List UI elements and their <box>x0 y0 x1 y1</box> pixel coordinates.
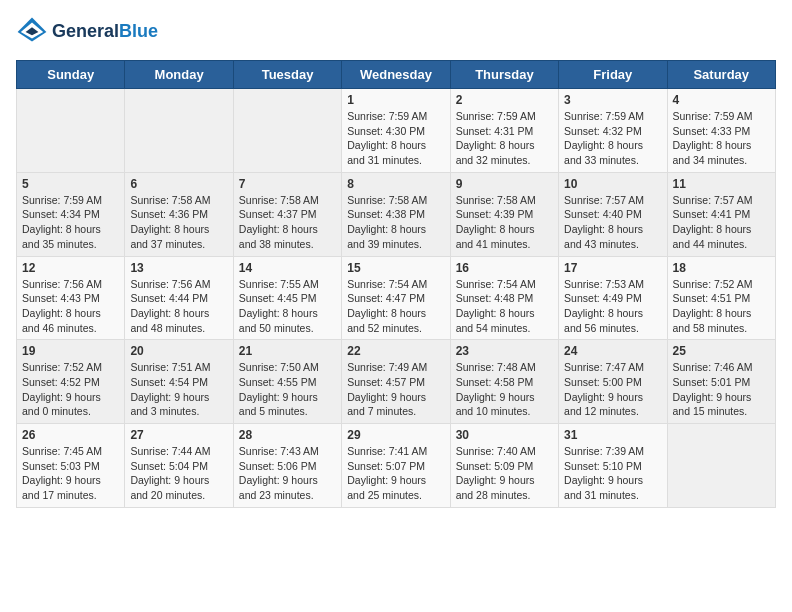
weekday-header: Tuesday <box>233 61 341 89</box>
day-number: 25 <box>673 344 770 358</box>
day-number: 11 <box>673 177 770 191</box>
calendar-cell: 28Sunrise: 7:43 AMSunset: 5:06 PMDayligh… <box>233 424 341 508</box>
cell-info: Sunrise: 7:47 AMSunset: 5:00 PMDaylight:… <box>564 360 661 419</box>
day-number: 2 <box>456 93 553 107</box>
page-header: GeneralBlue <box>16 16 776 48</box>
calendar-cell: 22Sunrise: 7:49 AMSunset: 4:57 PMDayligh… <box>342 340 450 424</box>
cell-info: Sunrise: 7:41 AMSunset: 5:07 PMDaylight:… <box>347 444 444 503</box>
logo-text: GeneralBlue <box>52 22 158 42</box>
cell-info: Sunrise: 7:49 AMSunset: 4:57 PMDaylight:… <box>347 360 444 419</box>
day-number: 27 <box>130 428 227 442</box>
day-number: 9 <box>456 177 553 191</box>
calendar-cell: 31Sunrise: 7:39 AMSunset: 5:10 PMDayligh… <box>559 424 667 508</box>
day-number: 10 <box>564 177 661 191</box>
calendar-cell: 29Sunrise: 7:41 AMSunset: 5:07 PMDayligh… <box>342 424 450 508</box>
cell-info: Sunrise: 7:53 AMSunset: 4:49 PMDaylight:… <box>564 277 661 336</box>
calendar-cell: 7Sunrise: 7:58 AMSunset: 4:37 PMDaylight… <box>233 172 341 256</box>
cell-info: Sunrise: 7:46 AMSunset: 5:01 PMDaylight:… <box>673 360 770 419</box>
cell-info: Sunrise: 7:56 AMSunset: 4:44 PMDaylight:… <box>130 277 227 336</box>
cell-info: Sunrise: 7:58 AMSunset: 4:39 PMDaylight:… <box>456 193 553 252</box>
cell-info: Sunrise: 7:55 AMSunset: 4:45 PMDaylight:… <box>239 277 336 336</box>
day-number: 4 <box>673 93 770 107</box>
weekday-header: Monday <box>125 61 233 89</box>
calendar-cell: 14Sunrise: 7:55 AMSunset: 4:45 PMDayligh… <box>233 256 341 340</box>
calendar-cell <box>17 89 125 173</box>
calendar-cell: 25Sunrise: 7:46 AMSunset: 5:01 PMDayligh… <box>667 340 775 424</box>
calendar-week-row: 1Sunrise: 7:59 AMSunset: 4:30 PMDaylight… <box>17 89 776 173</box>
day-number: 1 <box>347 93 444 107</box>
calendar-cell: 20Sunrise: 7:51 AMSunset: 4:54 PMDayligh… <box>125 340 233 424</box>
weekday-header: Saturday <box>667 61 775 89</box>
cell-info: Sunrise: 7:59 AMSunset: 4:30 PMDaylight:… <box>347 109 444 168</box>
cell-info: Sunrise: 7:59 AMSunset: 4:34 PMDaylight:… <box>22 193 119 252</box>
logo: GeneralBlue <box>16 16 158 48</box>
calendar-cell: 15Sunrise: 7:54 AMSunset: 4:47 PMDayligh… <box>342 256 450 340</box>
day-number: 5 <box>22 177 119 191</box>
calendar-cell: 21Sunrise: 7:50 AMSunset: 4:55 PMDayligh… <box>233 340 341 424</box>
calendar-cell <box>125 89 233 173</box>
calendar-cell: 24Sunrise: 7:47 AMSunset: 5:00 PMDayligh… <box>559 340 667 424</box>
day-number: 16 <box>456 261 553 275</box>
day-number: 17 <box>564 261 661 275</box>
calendar-cell: 18Sunrise: 7:52 AMSunset: 4:51 PMDayligh… <box>667 256 775 340</box>
day-number: 22 <box>347 344 444 358</box>
day-number: 3 <box>564 93 661 107</box>
calendar-week-row: 19Sunrise: 7:52 AMSunset: 4:52 PMDayligh… <box>17 340 776 424</box>
cell-info: Sunrise: 7:43 AMSunset: 5:06 PMDaylight:… <box>239 444 336 503</box>
cell-info: Sunrise: 7:54 AMSunset: 4:47 PMDaylight:… <box>347 277 444 336</box>
day-number: 26 <box>22 428 119 442</box>
day-number: 13 <box>130 261 227 275</box>
day-number: 21 <box>239 344 336 358</box>
cell-info: Sunrise: 7:59 AMSunset: 4:33 PMDaylight:… <box>673 109 770 168</box>
day-number: 15 <box>347 261 444 275</box>
calendar-cell: 11Sunrise: 7:57 AMSunset: 4:41 PMDayligh… <box>667 172 775 256</box>
calendar-cell: 3Sunrise: 7:59 AMSunset: 4:32 PMDaylight… <box>559 89 667 173</box>
calendar-cell: 10Sunrise: 7:57 AMSunset: 4:40 PMDayligh… <box>559 172 667 256</box>
calendar-cell: 12Sunrise: 7:56 AMSunset: 4:43 PMDayligh… <box>17 256 125 340</box>
day-number: 8 <box>347 177 444 191</box>
calendar-cell: 13Sunrise: 7:56 AMSunset: 4:44 PMDayligh… <box>125 256 233 340</box>
day-number: 29 <box>347 428 444 442</box>
cell-info: Sunrise: 7:58 AMSunset: 4:38 PMDaylight:… <box>347 193 444 252</box>
day-number: 20 <box>130 344 227 358</box>
calendar-week-row: 26Sunrise: 7:45 AMSunset: 5:03 PMDayligh… <box>17 424 776 508</box>
day-number: 7 <box>239 177 336 191</box>
calendar-cell: 27Sunrise: 7:44 AMSunset: 5:04 PMDayligh… <box>125 424 233 508</box>
calendar-cell <box>233 89 341 173</box>
cell-info: Sunrise: 7:39 AMSunset: 5:10 PMDaylight:… <box>564 444 661 503</box>
cell-info: Sunrise: 7:48 AMSunset: 4:58 PMDaylight:… <box>456 360 553 419</box>
calendar-cell: 1Sunrise: 7:59 AMSunset: 4:30 PMDaylight… <box>342 89 450 173</box>
calendar-cell: 23Sunrise: 7:48 AMSunset: 4:58 PMDayligh… <box>450 340 558 424</box>
cell-info: Sunrise: 7:52 AMSunset: 4:51 PMDaylight:… <box>673 277 770 336</box>
calendar-cell: 30Sunrise: 7:40 AMSunset: 5:09 PMDayligh… <box>450 424 558 508</box>
calendar-cell: 6Sunrise: 7:58 AMSunset: 4:36 PMDaylight… <box>125 172 233 256</box>
calendar-cell: 5Sunrise: 7:59 AMSunset: 4:34 PMDaylight… <box>17 172 125 256</box>
cell-info: Sunrise: 7:56 AMSunset: 4:43 PMDaylight:… <box>22 277 119 336</box>
cell-info: Sunrise: 7:51 AMSunset: 4:54 PMDaylight:… <box>130 360 227 419</box>
cell-info: Sunrise: 7:52 AMSunset: 4:52 PMDaylight:… <box>22 360 119 419</box>
day-number: 31 <box>564 428 661 442</box>
cell-info: Sunrise: 7:58 AMSunset: 4:37 PMDaylight:… <box>239 193 336 252</box>
cell-info: Sunrise: 7:57 AMSunset: 4:40 PMDaylight:… <box>564 193 661 252</box>
day-number: 19 <box>22 344 119 358</box>
day-number: 30 <box>456 428 553 442</box>
logo-icon <box>16 16 48 48</box>
day-number: 18 <box>673 261 770 275</box>
calendar-week-row: 5Sunrise: 7:59 AMSunset: 4:34 PMDaylight… <box>17 172 776 256</box>
weekday-header: Sunday <box>17 61 125 89</box>
cell-info: Sunrise: 7:40 AMSunset: 5:09 PMDaylight:… <box>456 444 553 503</box>
calendar-cell: 26Sunrise: 7:45 AMSunset: 5:03 PMDayligh… <box>17 424 125 508</box>
day-number: 12 <box>22 261 119 275</box>
cell-info: Sunrise: 7:57 AMSunset: 4:41 PMDaylight:… <box>673 193 770 252</box>
cell-info: Sunrise: 7:59 AMSunset: 4:31 PMDaylight:… <box>456 109 553 168</box>
cell-info: Sunrise: 7:54 AMSunset: 4:48 PMDaylight:… <box>456 277 553 336</box>
calendar-cell: 19Sunrise: 7:52 AMSunset: 4:52 PMDayligh… <box>17 340 125 424</box>
calendar-header-row: SundayMondayTuesdayWednesdayThursdayFrid… <box>17 61 776 89</box>
calendar-table: SundayMondayTuesdayWednesdayThursdayFrid… <box>16 60 776 508</box>
cell-info: Sunrise: 7:45 AMSunset: 5:03 PMDaylight:… <box>22 444 119 503</box>
day-number: 24 <box>564 344 661 358</box>
day-number: 6 <box>130 177 227 191</box>
calendar-cell: 17Sunrise: 7:53 AMSunset: 4:49 PMDayligh… <box>559 256 667 340</box>
day-number: 14 <box>239 261 336 275</box>
weekday-header: Thursday <box>450 61 558 89</box>
